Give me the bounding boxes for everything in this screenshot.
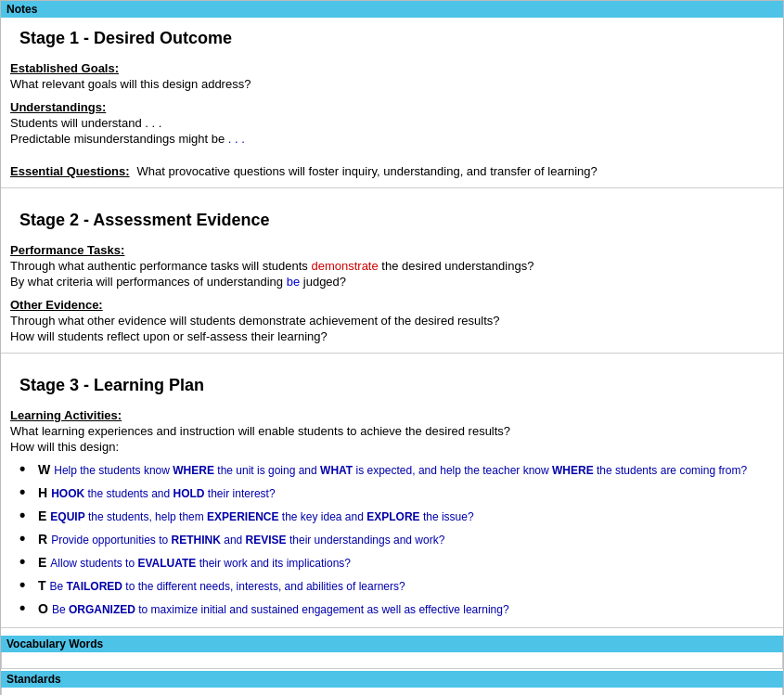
- vocab-section: Vocabulary Words: [1, 636, 783, 669]
- established-goals-label: Established Goals:: [10, 61, 774, 75]
- where-item-r: • R Provide opportunities to RETHINK and…: [19, 529, 774, 548]
- stage3-title: Stage 3 - Learning Plan: [10, 368, 774, 399]
- performance-tasks-line2: By what criteria will performances of un…: [10, 275, 774, 289]
- standards-section: Standards: [1, 671, 783, 695]
- where-item-e1: • E EQUIP the students, help them EXPERI…: [19, 506, 774, 525]
- vocab-body: [1, 652, 783, 669]
- letter-bullet-e1: •: [19, 506, 36, 525]
- letter-w: •: [19, 459, 36, 479]
- performance-tasks-label: Performance Tasks:: [10, 243, 774, 257]
- where-text-e2: Allow students to EVALUATE their work an…: [50, 557, 351, 570]
- standards-body: [1, 688, 783, 695]
- understandings-line2: Predictable misunderstandings might be .…: [10, 132, 774, 146]
- where-item-t: • T Be TAILORED to the different needs, …: [19, 575, 774, 595]
- where-list: • W Help the students know WHERE the uni…: [10, 459, 774, 618]
- essential-questions-text: What provocative questions will foster i…: [137, 164, 598, 178]
- standards-header: Standards: [1, 671, 783, 688]
- letter-bullet-h: •: [19, 483, 36, 502]
- essential-questions-label: Essential Questions:: [10, 164, 130, 178]
- other-evidence-line1: Through what other evidence will student…: [10, 314, 774, 328]
- where-item-o: • O Be ORGANIZED to maximize initial and…: [19, 598, 774, 618]
- main-wrapper: Notes Stage 1 - Desired Outcome Establis…: [0, 0, 784, 695]
- established-goals-text: What relevant goals will this design add…: [10, 77, 774, 91]
- vocab-label: Vocabulary Words: [6, 637, 103, 650]
- other-evidence-label: Other Evidence:: [10, 298, 774, 312]
- stage3-container: Stage 3 - Learning Plan Learning Activit…: [1, 365, 783, 628]
- where-text-o: Be ORGANIZED to maximize initial and sus…: [52, 603, 509, 616]
- where-text-t: Be TAILORED to the different needs, inte…: [50, 580, 405, 593]
- stage1-title: Stage 1 - Desired Outcome: [10, 21, 774, 52]
- where-text-e1: EQUIP the students, help them EXPERIENCE…: [50, 510, 473, 523]
- other-evidence-line2: How will students reflect upon or self-a…: [10, 329, 774, 343]
- letter-bullet-o: •: [19, 598, 36, 618]
- understandings-label: Understandings:: [10, 100, 774, 114]
- where-item-h: • H HOOK the students and HOLD their int…: [19, 483, 774, 502]
- where-text-h: HOOK the students and HOLD their interes…: [51, 487, 275, 500]
- where-item-w: • W Help the students know WHERE the uni…: [19, 459, 774, 479]
- notes-label: Notes: [6, 3, 37, 16]
- where-text-r: Provide opportunities to RETHINK and REV…: [51, 534, 444, 547]
- performance-tasks-line1: Through what authentic performance tasks…: [10, 259, 774, 273]
- letter-bullet-r: •: [19, 529, 36, 548]
- stage2-container: Stage 2 - Assessment Evidence Performanc…: [1, 199, 783, 354]
- learning-activities-line1: What learning experiences and instructio…: [10, 424, 774, 438]
- stage1-container: Stage 1 - Desired Outcome Established Go…: [1, 18, 783, 188]
- where-item-e2: • E Allow students to EVALUATE their wor…: [19, 552, 774, 572]
- letter-bullet-t: •: [19, 575, 36, 595]
- vocab-header: Vocabulary Words: [1, 636, 783, 652]
- standards-label: Standards: [6, 673, 61, 686]
- learning-activities-label: Learning Activities:: [10, 408, 774, 422]
- letter-bullet-e2: •: [19, 552, 36, 572]
- notes-header: Notes: [1, 1, 783, 18]
- essential-questions-row: Essential Questions: What provocative qu…: [10, 155, 774, 178]
- stage2-title: Stage 2 - Assessment Evidence: [10, 203, 774, 234]
- understandings-line1: Students will understand . . .: [10, 116, 774, 130]
- learning-activities-line2: How will this design:: [10, 440, 774, 454]
- where-text-w: Help the students know WHERE the unit is…: [54, 464, 747, 477]
